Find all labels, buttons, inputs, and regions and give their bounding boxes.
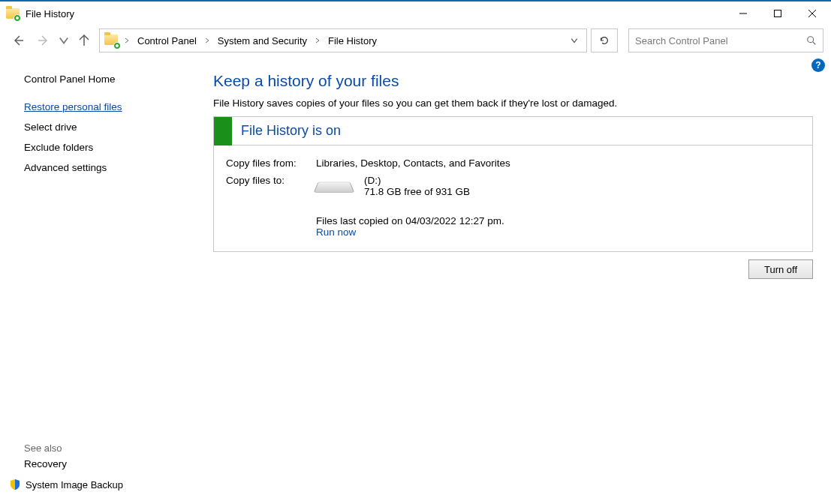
sidebar-link-restore[interactable]: Restore personal files bbox=[24, 97, 165, 117]
drive-space: 71.8 GB free of 931 GB bbox=[364, 186, 470, 197]
see-also-system-image-backup[interactable]: System Image Backup bbox=[9, 474, 165, 495]
close-button[interactable] bbox=[795, 2, 829, 25]
breadcrumb-item[interactable]: System and Security bbox=[213, 30, 312, 51]
svg-line-8 bbox=[813, 42, 816, 45]
main-content: Keep a history of your files File Histor… bbox=[180, 56, 831, 504]
forward-button[interactable] bbox=[33, 30, 54, 51]
help-button[interactable]: ? bbox=[811, 58, 825, 72]
see-also-heading: See also bbox=[24, 428, 165, 454]
recent-locations-button[interactable] bbox=[59, 30, 69, 51]
maximize-button[interactable] bbox=[760, 2, 795, 25]
titlebar: File History bbox=[0, 2, 831, 26]
drive-name: (D:) bbox=[364, 175, 470, 186]
back-button[interactable] bbox=[8, 30, 29, 51]
chevron-right-icon[interactable] bbox=[203, 38, 212, 44]
status-title: File History is on bbox=[241, 123, 341, 139]
minimize-button[interactable] bbox=[726, 2, 760, 25]
copy-to-label: Copy files to: bbox=[226, 175, 316, 199]
page-subtitle: File History saves copies of your files … bbox=[213, 98, 813, 109]
status-panel: File History is on Copy files from: Libr… bbox=[213, 116, 813, 252]
refresh-button[interactable] bbox=[591, 28, 618, 52]
navbar: Control Panel System and Security File H… bbox=[0, 26, 831, 56]
search-box[interactable] bbox=[628, 28, 823, 52]
breadcrumb-item[interactable]: File History bbox=[324, 30, 381, 51]
status-header: File History is on bbox=[214, 117, 812, 146]
control-panel-home-link[interactable]: Control Panel Home bbox=[24, 69, 165, 92]
copy-from-label: Copy files from: bbox=[226, 158, 316, 169]
search-icon bbox=[806, 35, 817, 46]
see-also-recovery[interactable]: Recovery bbox=[24, 454, 165, 474]
address-dropdown-button[interactable] bbox=[565, 37, 583, 44]
sidebar-link-advanced[interactable]: Advanced settings bbox=[24, 158, 165, 178]
status-indicator-icon bbox=[214, 117, 232, 146]
turn-off-button[interactable]: Turn off bbox=[748, 260, 813, 279]
see-also-label: System Image Backup bbox=[26, 479, 123, 490]
sidebar: Control Panel Home Restore personal file… bbox=[0, 56, 180, 504]
window-title: File History bbox=[26, 8, 74, 20]
chevron-right-icon[interactable] bbox=[313, 38, 322, 44]
folder-history-icon bbox=[104, 33, 119, 48]
svg-point-7 bbox=[808, 37, 814, 43]
search-input[interactable] bbox=[635, 35, 806, 46]
folder-history-icon bbox=[6, 7, 20, 20]
run-now-link[interactable]: Run now bbox=[316, 226, 800, 238]
drive-icon bbox=[316, 178, 352, 199]
sidebar-link-exclude-folders[interactable]: Exclude folders bbox=[24, 137, 165, 158]
page-heading: Keep a history of your files bbox=[213, 72, 813, 90]
breadcrumb-item[interactable]: Control Panel bbox=[133, 30, 201, 51]
address-bar[interactable]: Control Panel System and Security File H… bbox=[99, 28, 587, 52]
chevron-right-icon[interactable] bbox=[122, 38, 131, 44]
sidebar-link-select-drive[interactable]: Select drive bbox=[24, 117, 165, 137]
shield-icon bbox=[9, 478, 21, 490]
svg-rect-1 bbox=[775, 10, 781, 17]
up-button[interactable] bbox=[74, 30, 95, 51]
last-copied-text: Files last copied on 04/03/2022 12:27 pm… bbox=[316, 215, 800, 226]
copy-from-value: Libraries, Desktop, Contacts, and Favori… bbox=[316, 158, 510, 169]
